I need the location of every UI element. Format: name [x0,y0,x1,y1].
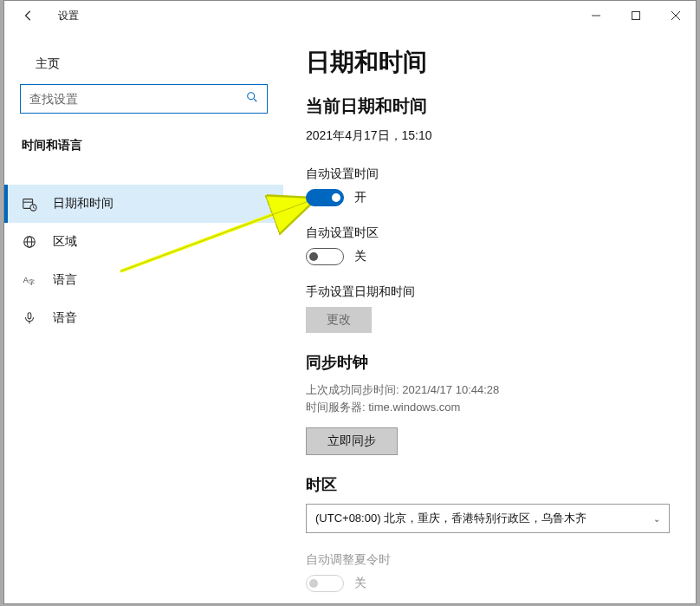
search-wrap [20,84,268,114]
change-button: 更改 [306,307,372,333]
page-title: 日期和时间 [306,46,673,79]
nav-item-language[interactable]: A字 语言 [4,261,283,299]
minimize-button[interactable] [576,3,616,29]
auto-tz-state: 关 [354,249,366,264]
sidebar: 主页 时间和语言 日期和时间 [4,30,283,603]
nav-label: 区域 [53,234,77,250]
svg-point-4 [248,93,255,100]
nav-label: 日期和时间 [53,196,113,212]
current-datetime-heading: 当前日期和时间 [306,94,673,118]
sync-now-button[interactable]: 立即同步 [306,427,398,455]
globe-icon [22,234,37,250]
dst-toggle [306,575,344,592]
dst-label: 自动调整夏令时 [306,552,673,568]
home-label: 主页 [36,56,60,72]
dst-row: 关 [306,575,673,592]
current-datetime-value: 2021年4月17日，15:10 [306,128,673,144]
body: 主页 时间和语言 日期和时间 [4,30,696,603]
auto-time-toggle[interactable] [306,189,344,206]
auto-time-row: 开 [306,189,673,206]
maximize-button[interactable] [616,3,656,29]
close-button[interactable] [656,3,696,29]
nav-label: 语音 [53,310,77,326]
nav-label: 语言 [53,272,77,288]
search-box[interactable] [20,84,268,114]
svg-rect-1 [632,12,640,20]
sync-heading: 同步时钟 [306,352,673,373]
home-link[interactable]: 主页 [4,53,283,84]
nav-item-date-time[interactable]: 日期和时间 [4,185,283,223]
svg-text:字: 字 [29,278,35,286]
search-icon [246,91,258,107]
auto-time-state: 开 [354,190,366,205]
svg-text:A: A [23,276,29,284]
nav: 日期和时间 区域 A字 语言 [4,185,283,337]
timezone-heading: 时区 [306,474,673,495]
calendar-clock-icon [22,196,37,212]
sync-last: 上次成功同步时间: 2021/4/17 10:44:28 [306,383,499,396]
language-icon: A字 [22,272,37,288]
timezone-value: (UTC+08:00) 北京，重庆，香港特别行政区，乌鲁木齐 [315,511,587,526]
chevron-down-icon: ⌄ [653,514,660,524]
sync-server: 时间服务器: time.windows.com [306,401,460,414]
auto-tz-label: 自动设置时区 [306,225,673,241]
titlebar-left: 设置 [20,7,79,24]
search-input[interactable] [29,92,239,106]
titlebar: 设置 [4,1,696,30]
timezone-combo[interactable]: (UTC+08:00) 北京，重庆，香港特别行政区，乌鲁木齐 ⌄ [306,504,670,533]
dst-state: 关 [354,576,366,591]
window-title: 设置 [58,9,79,23]
svg-rect-16 [28,313,31,319]
manual-datetime-label: 手动设置日期和时间 [306,284,673,300]
nav-item-region[interactable]: 区域 [4,223,283,261]
svg-line-5 [254,99,256,101]
content: 日期和时间 当前日期和时间 2021年4月17日，15:10 自动设置时间 开 … [283,30,696,603]
nav-item-speech[interactable]: 语音 [4,299,283,337]
settings-window: 设置 主页 [3,0,697,604]
auto-time-label: 自动设置时间 [306,166,673,182]
microphone-icon [22,310,37,326]
auto-tz-toggle[interactable] [306,248,344,265]
category-header: 时间和语言 [4,129,283,166]
back-button[interactable] [20,7,37,24]
auto-tz-row: 关 [306,248,673,265]
sync-info: 上次成功同步时间: 2021/4/17 10:44:28 时间服务器: time… [306,381,673,415]
window-controls [576,3,696,29]
